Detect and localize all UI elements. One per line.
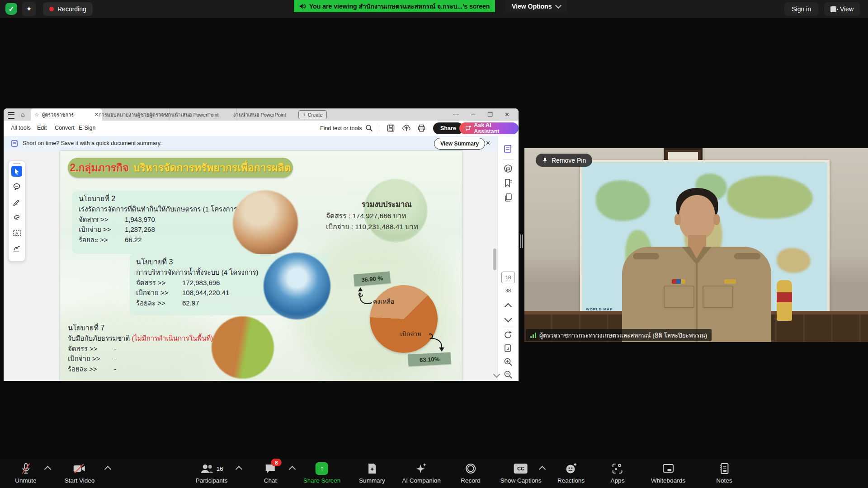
alloc-value: 172,983,696	[182, 279, 220, 286]
security-shield-icon[interactable]: ✓	[5, 3, 17, 15]
uniform-pocket	[664, 286, 694, 308]
recording-indicator[interactable]: Recording	[43, 2, 93, 16]
signature-tool-icon[interactable]	[11, 243, 22, 253]
show-captions-button[interactable]: CC Show Captions	[500, 462, 542, 484]
upload-cloud-icon[interactable]	[402, 124, 410, 132]
close-window-icon[interactable]: ✕	[505, 111, 509, 118]
create-tab-button[interactable]: + Create	[298, 110, 327, 119]
tab-document-active[interactable]: ☆ ผู้ตรวจราชการ ✕	[31, 108, 102, 121]
ai-companion-button[interactable]: AI Companion	[402, 462, 441, 484]
star-icon[interactable]: ☆	[34, 112, 39, 118]
whiteboards-button[interactable]: Whiteboards	[651, 462, 685, 484]
meeting-top-bar: ✓ ✦ Recording You are viewing สำนักงานเก…	[0, 0, 868, 18]
current-page: 18	[505, 275, 511, 280]
pin-icon	[542, 157, 548, 164]
find-text-field[interactable]: Find text or tools	[320, 125, 362, 131]
print-icon[interactable]	[418, 124, 426, 132]
summary-button[interactable]: Summary	[359, 462, 385, 484]
menu-all-tools[interactable]: All tools	[11, 125, 31, 131]
page-number-input[interactable]: 18	[501, 272, 515, 283]
page-thumbnails-icon[interactable]	[504, 193, 513, 202]
menu-esign[interactable]: E-Sign	[79, 125, 96, 131]
pinned-video-tile[interactable]: WORLD MAP Remove Pin ผู้ตรวจรา	[524, 148, 868, 342]
chat-button[interactable]: 8 Chat	[264, 462, 277, 484]
vertical-scrollbar[interactable]	[493, 249, 496, 270]
more-options-icon[interactable]: ⋯	[453, 111, 459, 118]
rotate-page-icon[interactable]	[504, 330, 513, 339]
comment-tool-icon[interactable]	[11, 181, 22, 192]
map-continent	[727, 176, 813, 219]
drag-handle[interactable]	[13, 163, 20, 164]
audio-options-caret[interactable]	[44, 466, 52, 473]
bookmarks-icon[interactable]	[504, 178, 513, 188]
notes-button[interactable]: Notes	[716, 462, 732, 484]
tab-document-2[interactable]: การมอบหมายงานผู้ช่วยผู้ตรวจราชการกร..	[95, 108, 170, 121]
spent-value: 1,287,268	[125, 225, 155, 233]
home-icon[interactable]: ⌂	[21, 111, 24, 118]
photo-circle-pumphouse	[264, 253, 330, 319]
hamburger-menu-icon[interactable]	[8, 112, 14, 119]
reactions-button[interactable]: Reactions	[557, 462, 585, 484]
next-page-icon[interactable]	[505, 315, 512, 323]
video-options-caret[interactable]	[104, 466, 112, 473]
control-label: Share Screen	[303, 477, 341, 484]
start-video-button[interactable]: Start Video	[65, 462, 95, 484]
apps-icon	[612, 462, 623, 475]
chat-options-caret[interactable]	[289, 466, 296, 473]
comments-icon[interactable]	[504, 164, 513, 173]
menu-edit[interactable]: Edit	[37, 125, 47, 131]
record-button[interactable]: Record	[461, 462, 481, 484]
save-icon[interactable]	[387, 124, 395, 132]
fit-page-icon[interactable]	[504, 344, 513, 353]
ai-sparkle-icon[interactable]: ✦	[22, 2, 36, 16]
view-options-button[interactable]: View Options	[505, 0, 567, 12]
total-pages: 38	[498, 288, 519, 293]
zoom-out-icon[interactable]	[504, 370, 513, 379]
participant-face	[679, 195, 715, 239]
previous-page-icon[interactable]	[505, 303, 512, 311]
apps-button[interactable]: Apps	[611, 462, 625, 484]
toolbar-divider	[379, 124, 379, 132]
pie-spent-pct-tag: 63.10%	[408, 352, 451, 366]
ai-companion-icon	[415, 462, 428, 475]
ask-ai-assistant-button[interactable]: Ask AI Assistant	[459, 122, 519, 134]
remove-pin-button[interactable]: Remove Pin	[536, 154, 592, 167]
view-summary-label: View Summary	[440, 141, 479, 147]
pct-value: -	[114, 365, 116, 373]
search-icon[interactable]	[365, 124, 373, 132]
alloc-value: -	[114, 345, 116, 352]
uniform-pocket	[703, 286, 733, 308]
budget-summary: รวมงบประมาณ จัดสรร : 174,927,666 บาท เบิ…	[326, 199, 447, 232]
epaulette	[633, 253, 659, 259]
share-screen-button[interactable]: ↑ Share Screen	[303, 462, 341, 484]
maximize-icon[interactable]: ❐	[487, 111, 493, 118]
menu-convert[interactable]: Convert	[55, 125, 75, 131]
text-select-tool-icon[interactable]: A	[11, 227, 22, 238]
tab-document-3[interactable]: งานนำเสนอ PowerPoint	[162, 108, 237, 121]
panel-splitter-handle[interactable]	[520, 235, 523, 248]
view-summary-button[interactable]: View Summary	[434, 138, 485, 150]
slide-title: 2.กลุ่มภารกิจ บริหารจัดการทรัพยากรเพื่อก…	[68, 158, 293, 178]
zoom-in-icon[interactable]	[504, 357, 513, 366]
tab-document-4[interactable]: งานนำเสนอ PowerPoint	[230, 108, 304, 121]
lasso-tool-icon[interactable]	[11, 212, 22, 223]
unmute-button[interactable]: Unmute	[15, 462, 36, 484]
reactions-icon	[565, 462, 577, 475]
row-label: ร้อยละ >>	[79, 235, 118, 245]
control-label: Show Captions	[500, 477, 542, 484]
control-label: Start Video	[65, 477, 95, 484]
minimize-icon[interactable]: ─	[471, 111, 475, 118]
view-layout-button[interactable]: View	[824, 2, 860, 16]
control-label: Whiteboards	[651, 477, 685, 484]
generative-summary-icon[interactable]	[504, 144, 513, 153]
participant-name: ผู้ตรวจราชการกระทรวงเกษตรและสหกรณ์ (ธิติ…	[539, 330, 707, 340]
participants-options-caret[interactable]	[236, 466, 243, 473]
viewing-screen-banner: You are viewing สำนักงานเกษตรและสหกรณ์ จ…	[294, 0, 495, 12]
sign-in-button[interactable]: Sign in	[784, 2, 818, 16]
select-tool-icon[interactable]	[11, 166, 22, 177]
close-banner-icon[interactable]: ✕	[486, 140, 491, 146]
share-button[interactable]: Share	[433, 122, 463, 134]
draw-tool-icon[interactable]	[11, 197, 22, 207]
participants-button[interactable]: 16 Participants	[196, 462, 228, 484]
photo-circle-classroom	[233, 190, 298, 255]
